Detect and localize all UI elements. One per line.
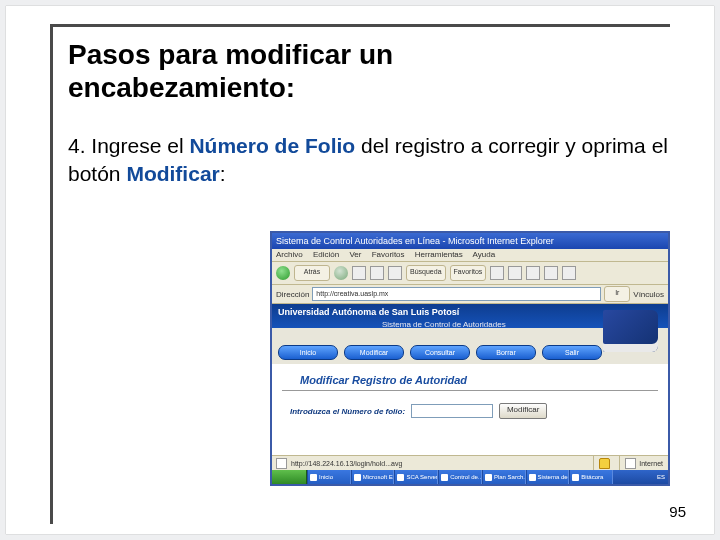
back-button[interactable]: Atrás [294, 265, 330, 281]
status-url: http://148.224.16.13/login/hold...avg [291, 460, 402, 467]
windows-taskbar: Inicio Microsoft Excel SCA Server Contro… [272, 470, 668, 484]
edit-icon[interactable] [544, 266, 558, 280]
start-button[interactable] [272, 470, 307, 484]
stop-icon[interactable] [352, 266, 366, 280]
print-icon[interactable] [526, 266, 540, 280]
browser-screenshot: Sistema de Control Autoridades en Línea … [270, 231, 670, 486]
task-icon [397, 474, 404, 481]
menu-edicion[interactable]: Edición [313, 250, 339, 259]
history-icon[interactable] [490, 266, 504, 280]
task-inicio[interactable]: Inicio [307, 470, 351, 484]
menu-herramientas[interactable]: Herramientas [415, 250, 463, 259]
task-label: SCA Server [406, 474, 437, 480]
go-button[interactable]: Ir [604, 286, 630, 302]
task-label: Control de... [450, 474, 482, 480]
task-sca[interactable]: SCA Server [394, 470, 438, 484]
search-button[interactable]: Búsqueda [406, 265, 446, 281]
task-label: Microsoft Excel [363, 474, 395, 480]
menu-favoritos[interactable]: Favoritos [372, 250, 405, 259]
step-bold2: Modificar [126, 162, 219, 185]
refresh-icon[interactable] [370, 266, 384, 280]
pill-inicio[interactable]: Inicio [278, 345, 338, 360]
menu-ver[interactable]: Ver [349, 250, 361, 259]
menu-ayuda[interactable]: Ayuda [473, 250, 496, 259]
task-sistema[interactable]: Sistema de... [526, 470, 570, 484]
forward-icon[interactable] [334, 266, 348, 280]
globe-icon [625, 458, 636, 469]
task-label: Plan Sarch... [494, 474, 526, 480]
step-text: 4. Ingrese el Número de Folio del regist… [68, 132, 668, 189]
back-icon[interactable] [276, 266, 290, 280]
task-control[interactable]: Control de... [438, 470, 482, 484]
slide-title: Pasos para modificar un encabezamiento: [68, 38, 628, 104]
lock-icon [599, 458, 610, 469]
slide: Pasos para modificar un encabezamiento: … [6, 6, 714, 534]
pill-borrar[interactable]: Borrar [476, 345, 536, 360]
form-title: Modificar Registro de Autoridad [272, 364, 668, 390]
modificar-button[interactable]: Modificar [499, 403, 547, 419]
page-number: 95 [669, 503, 686, 520]
nav-pills: Inicio Modificar Consultar Borrar Salir [278, 345, 602, 360]
links-label: Vínculos [633, 290, 664, 299]
rule-left [50, 24, 53, 524]
status-zone-lock [593, 456, 615, 470]
task-bitacora[interactable]: Bitácora [569, 470, 613, 484]
banner-subtitle: Sistema de Control de Autoridades [382, 320, 506, 329]
folio-label: Introduzca el Número de folio: [290, 407, 405, 416]
task-icon [572, 474, 579, 481]
ie-toolbar: Atrás Búsqueda Favoritos [272, 262, 668, 285]
zone-label: Internet [639, 460, 663, 467]
address-label: Dirección [276, 290, 309, 299]
page-icon [276, 458, 287, 469]
step-number: 4. [68, 134, 86, 157]
status-zone-internet: Internet [619, 456, 668, 470]
favorites-button[interactable]: Favoritos [450, 265, 487, 281]
pill-salir[interactable]: Salir [542, 345, 602, 360]
task-label: Sistema de... [538, 474, 570, 480]
task-icon [485, 474, 492, 481]
step-part1: Ingrese el [91, 134, 189, 157]
ie-titlebar: Sistema de Control Autoridades en Línea … [272, 233, 668, 249]
messenger-icon[interactable] [562, 266, 576, 280]
task-icon [354, 474, 361, 481]
banner-title: Universidad Autónoma de San Luis Potosí [278, 307, 459, 317]
task-excel[interactable]: Microsoft Excel [351, 470, 395, 484]
book-icon [603, 310, 658, 352]
step-bold1: Número de Folio [189, 134, 355, 157]
step-part3: : [220, 162, 226, 185]
address-input[interactable]: http://creativa.uaslp.mx [312, 287, 601, 301]
task-icon [310, 474, 317, 481]
menu-archivo[interactable]: Archivo [276, 250, 303, 259]
system-tray[interactable]: ES [613, 470, 668, 484]
task-plan[interactable]: Plan Sarch... [482, 470, 526, 484]
task-label: Bitácora [581, 474, 603, 480]
ie-addressbar: Dirección http://creativa.uaslp.mx Ir Ví… [272, 285, 668, 304]
pill-consultar[interactable]: Consultar [410, 345, 470, 360]
pill-modificar[interactable]: Modificar [344, 345, 404, 360]
rule-top [50, 24, 670, 27]
app-banner: Universidad Autónoma de San Luis Potosí … [272, 304, 668, 364]
ie-menubar[interactable]: Archivo Edición Ver Favoritos Herramient… [272, 249, 668, 262]
task-label: Inicio [319, 474, 333, 480]
task-icon [441, 474, 448, 481]
home-icon[interactable] [388, 266, 402, 280]
task-icon [529, 474, 536, 481]
ie-statusbar: http://148.224.16.13/login/hold...avg In… [272, 455, 668, 470]
folio-input[interactable] [411, 404, 493, 418]
mail-icon[interactable] [508, 266, 522, 280]
form-row: Introduzca el Número de folio: Modificar [272, 391, 668, 419]
form-area: Modificar Registro de Autoridad Introduz… [272, 364, 668, 419]
